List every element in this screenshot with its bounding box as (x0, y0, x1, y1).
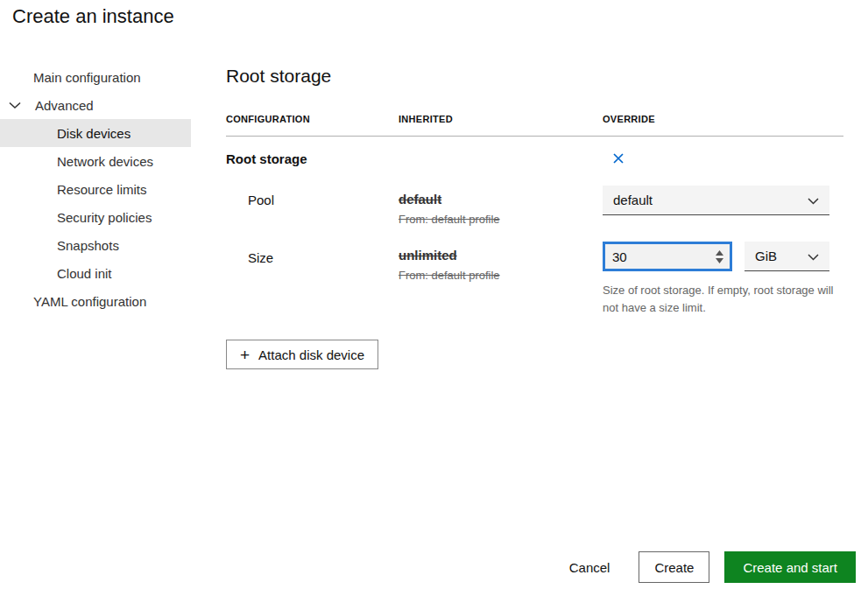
sidebar-item-label: Resource limits (57, 182, 147, 197)
close-icon (612, 152, 625, 167)
sidebar-item-main-configuration[interactable]: Main configuration (0, 63, 191, 91)
chevron-down-icon (808, 193, 819, 207)
sidebar-item-snapshots[interactable]: Snapshots (0, 231, 191, 259)
pool-select[interactable]: default (603, 186, 829, 215)
sidebar-item-label: Security policies (57, 210, 152, 225)
pool-label: Pool (226, 186, 399, 226)
size-override-cell: GiB Size of root storage. If empty, root… (603, 242, 843, 317)
config-table-header: CONFIGURATION INHERITED OVERRIDE (226, 114, 843, 137)
sidebar-item-resource-limits[interactable]: Resource limits (0, 175, 191, 203)
size-label: Size (226, 242, 399, 317)
page-title: Create an instance (12, 5, 174, 28)
sidebar-item-label: Snapshots (57, 238, 119, 253)
pool-override-cell: default (603, 186, 843, 226)
sidebar-item-advanced[interactable]: Advanced (0, 91, 191, 119)
size-inherited-cell: unlimited From: default profile (399, 242, 603, 317)
size-input-field (603, 242, 732, 271)
pool-inherited-source: From: default profile (399, 213, 603, 226)
sidebar-item-label: YAML configuration (33, 294, 146, 309)
root-storage-row-label: Root storage (226, 151, 399, 168)
plus-icon: + (240, 347, 250, 363)
section-heading: Root storage (226, 65, 843, 88)
chevron-down-icon (808, 249, 819, 263)
sidebar-item-label: Cloud init (57, 266, 112, 281)
size-inherited-value: unlimited (399, 248, 603, 263)
size-unit-value: GiB (755, 249, 777, 263)
column-header-inherited: INHERITED (399, 114, 603, 124)
chevron-down-icon (9, 102, 21, 109)
size-input[interactable] (605, 249, 709, 264)
spinner-up-down-icons[interactable] (709, 244, 730, 269)
column-header-override: OVERRIDE (603, 114, 843, 124)
clear-override-button[interactable] (612, 151, 625, 168)
create-button[interactable]: Create (639, 551, 709, 583)
sidebar-item-label: Main configuration (33, 70, 141, 85)
attach-disk-device-label: Attach disk device (258, 347, 364, 362)
form-actions: Cancel Create Create and start (555, 551, 856, 583)
sidebar-item-network-devices[interactable]: Network devices (0, 147, 191, 175)
form-navigation: Main configuration Advanced Disk devices… (0, 63, 191, 315)
sidebar-item-label: Disk devices (57, 126, 131, 141)
size-unit-select[interactable]: GiB (745, 242, 829, 271)
attach-disk-device-button[interactable]: + Attach disk device (226, 340, 378, 369)
create-and-start-button[interactable]: Create and start (724, 551, 856, 583)
cancel-button[interactable]: Cancel (555, 551, 625, 583)
sidebar-item-cloud-init[interactable]: Cloud init (0, 259, 191, 287)
sidebar-item-label: Network devices (57, 154, 153, 169)
sidebar-item-label: Advanced (35, 98, 94, 113)
size-help-text: Size of root storage. If empty, root sto… (603, 282, 841, 317)
sidebar-item-security-policies[interactable]: Security policies (0, 203, 191, 231)
table-row: Root storage (226, 151, 843, 168)
pool-inherited-cell: default From: default profile (399, 186, 603, 226)
sidebar-item-disk-devices[interactable]: Disk devices (0, 119, 191, 147)
sidebar-item-yaml-configuration[interactable]: YAML configuration (0, 287, 191, 315)
pool-select-value: default (613, 193, 653, 207)
disk-devices-panel: Root storage CONFIGURATION INHERITED OVE… (226, 63, 843, 369)
column-header-configuration: CONFIGURATION (226, 114, 399, 124)
table-row: Pool default From: default profile defau… (226, 186, 843, 226)
pool-inherited-value: default (399, 192, 603, 207)
table-row: Size unlimited From: default profile GiB (226, 242, 843, 317)
size-inherited-source: From: default profile (399, 269, 603, 282)
root-storage-override-cell (603, 151, 843, 168)
